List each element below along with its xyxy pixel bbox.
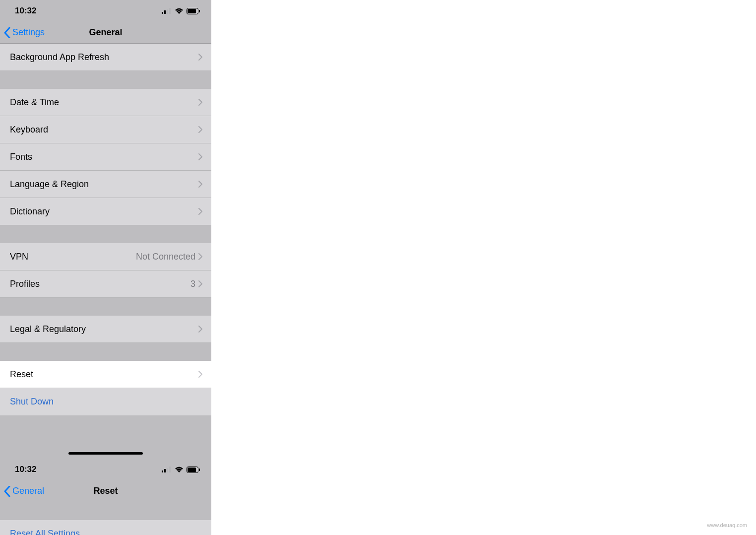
row-value: 3: [190, 279, 195, 289]
nav-bar: Settings General: [0, 22, 211, 44]
svg-rect-13: [199, 468, 200, 471]
chevron-right-icon: [198, 181, 202, 188]
status-time: 10:32: [15, 465, 36, 474]
row-fonts[interactable]: Fonts: [0, 143, 211, 171]
screen-reset: 10:32 General Reset Reset All Settings E…: [0, 459, 211, 535]
svg-rect-2: [167, 9, 168, 14]
screen-general: 10:32 Settings General Background App Re…: [0, 0, 211, 459]
status-bar: 10:32: [0, 459, 211, 480]
home-indicator[interactable]: [68, 452, 143, 455]
row-label: Shut Down: [10, 397, 202, 407]
chevron-left-icon: [4, 27, 10, 38]
row-label: Fonts: [10, 152, 198, 162]
group-spacer: [0, 343, 211, 361]
row-label: Keyboard: [10, 125, 198, 135]
svg-rect-12: [188, 468, 196, 472]
cellular-icon: [162, 8, 172, 14]
row-shut-down[interactable]: Shut Down: [0, 388, 211, 415]
back-label: General: [12, 486, 44, 496]
svg-rect-6: [199, 10, 200, 12]
chevron-right-icon: [198, 153, 202, 160]
row-label: Profiles: [10, 279, 190, 289]
chevron-right-icon: [198, 208, 202, 215]
back-label: Settings: [12, 27, 45, 38]
group-spacer: [0, 225, 211, 243]
group-spacer: [0, 71, 211, 89]
svg-rect-8: [164, 469, 166, 472]
svg-rect-10: [169, 467, 171, 472]
row-label: Dictionary: [10, 206, 198, 217]
row-label: Legal & Regulatory: [10, 324, 198, 334]
chevron-right-icon: [198, 280, 202, 287]
back-button[interactable]: General: [0, 486, 44, 497]
row-reset-all-settings[interactable]: Reset All Settings: [0, 520, 211, 535]
group-spacer: [0, 298, 211, 316]
back-button[interactable]: Settings: [0, 27, 45, 38]
chevron-right-icon: [198, 126, 202, 133]
svg-rect-9: [167, 468, 168, 472]
svg-rect-5: [188, 9, 196, 13]
chevron-right-icon: [198, 253, 202, 260]
row-label: Language & Region: [10, 179, 198, 190]
row-vpn[interactable]: VPN Not Connected: [0, 243, 211, 270]
status-icons: [162, 8, 200, 14]
row-background-app-refresh[interactable]: Background App Refresh: [0, 44, 211, 71]
chevron-right-icon: [198, 54, 202, 61]
row-label: Background App Refresh: [10, 52, 198, 63]
status-bar: 10:32: [0, 0, 211, 22]
cellular-icon: [162, 467, 172, 472]
row-label: Reset All Settings: [10, 529, 202, 535]
chevron-right-icon: [198, 326, 202, 333]
wifi-icon: [175, 8, 184, 14]
row-label: Reset: [10, 369, 198, 380]
row-label: VPN: [10, 252, 136, 262]
svg-rect-0: [162, 12, 163, 14]
group-spacer: [0, 502, 211, 520]
watermark: www.deuaq.com: [707, 522, 747, 528]
row-value: Not Connected: [136, 252, 195, 262]
row-dictionary[interactable]: Dictionary: [0, 198, 211, 225]
nav-bar: General Reset: [0, 480, 211, 502]
status-icons: [162, 467, 200, 473]
chevron-left-icon: [4, 486, 10, 497]
chevron-right-icon: [198, 99, 202, 106]
row-profiles[interactable]: Profiles 3: [0, 270, 211, 298]
row-label: Date & Time: [10, 97, 198, 108]
chevron-right-icon: [198, 371, 202, 378]
row-legal-regulatory[interactable]: Legal & Regulatory: [0, 316, 211, 343]
battery-icon: [187, 8, 200, 14]
row-date-time[interactable]: Date & Time: [0, 89, 211, 116]
svg-rect-7: [162, 470, 163, 472]
row-language-region[interactable]: Language & Region: [0, 171, 211, 198]
svg-rect-1: [164, 10, 166, 14]
svg-rect-3: [169, 8, 171, 14]
battery-icon: [187, 467, 200, 473]
wifi-icon: [175, 467, 184, 472]
status-time: 10:32: [15, 6, 36, 16]
row-keyboard[interactable]: Keyboard: [0, 116, 211, 143]
row-reset[interactable]: Reset: [0, 361, 211, 388]
